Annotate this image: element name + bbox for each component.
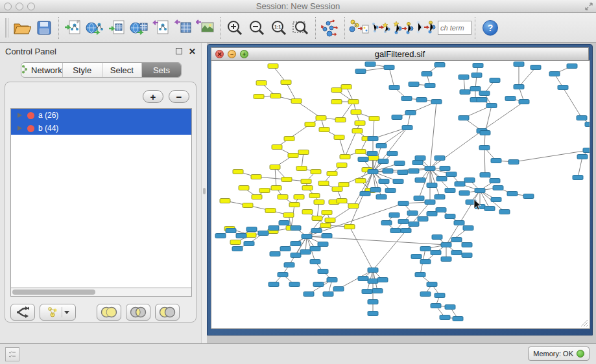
- graph-node[interactable]: [491, 159, 501, 163]
- task-history-button[interactable]: [5, 347, 19, 361]
- tab-sets[interactable]: Sets: [142, 63, 181, 77]
- graph-node[interactable]: [368, 170, 378, 174]
- graph-node[interactable]: [305, 122, 315, 127]
- graph-node[interactable]: [392, 115, 402, 120]
- graph-node[interactable]: [337, 163, 347, 168]
- graph-node[interactable]: [414, 196, 424, 201]
- graph-node[interactable]: [427, 212, 437, 216]
- graph-node[interactable]: [378, 159, 388, 164]
- save-session-button[interactable]: [33, 16, 55, 40]
- graph-node[interactable]: [316, 116, 326, 120]
- graph-node[interactable]: [236, 234, 246, 238]
- graph-node[interactable]: [355, 179, 366, 183]
- graph-node[interactable]: [318, 269, 328, 274]
- fullscreen-arrows-icon[interactable]: [584, 2, 593, 12]
- graph-node[interactable]: [445, 214, 455, 219]
- graph-node[interactable]: [365, 62, 375, 67]
- graph-node[interactable]: [302, 210, 313, 214]
- graph-node[interactable]: [322, 210, 332, 215]
- new-network-selected-icon[interactable]: [392, 16, 414, 40]
- graph-node[interactable]: [291, 226, 301, 231]
- graph-node[interactable]: [446, 172, 457, 177]
- graph-node[interactable]: [367, 152, 377, 156]
- graph-node[interactable]: [302, 186, 313, 190]
- graph-node[interactable]: [233, 170, 243, 174]
- graph-node[interactable]: [368, 300, 378, 304]
- graph-node[interactable]: [323, 292, 333, 297]
- graph-node[interactable]: [508, 160, 519, 165]
- graph-node[interactable]: [412, 161, 423, 165]
- graph-node[interactable]: [334, 135, 344, 140]
- graph-node[interactable]: [344, 225, 355, 229]
- graph-node[interactable]: [215, 234, 226, 238]
- graph-node[interactable]: [401, 97, 412, 101]
- graph-node[interactable]: [558, 85, 568, 90]
- graph-node[interactable]: [376, 144, 387, 148]
- float-panel-icon[interactable]: [176, 48, 182, 54]
- graph-node[interactable]: [304, 292, 314, 297]
- import-network-web-button[interactable]: [84, 16, 106, 40]
- graph-node[interactable]: [491, 198, 501, 202]
- graph-node[interactable]: [394, 161, 405, 166]
- graph-node[interactable]: [514, 85, 524, 89]
- graph-node[interactable]: [258, 231, 268, 236]
- graph-node[interactable]: [283, 213, 294, 218]
- graph-edge[interactable]: [350, 227, 373, 270]
- graph-node[interactable]: [310, 247, 320, 251]
- graph-node[interactable]: [464, 178, 475, 183]
- zoom-out-icon[interactable]: [246, 16, 268, 40]
- graph-node[interactable]: [312, 216, 322, 221]
- graph-node[interactable]: [268, 282, 279, 287]
- graph-node[interactable]: [441, 243, 451, 247]
- graph-node[interactable]: [381, 221, 392, 225]
- graph-node[interactable]: [507, 192, 518, 196]
- graph-node[interactable]: [505, 97, 516, 101]
- select-first-neighbors-icon[interactable]: [370, 16, 392, 40]
- graph-node[interactable]: [453, 317, 463, 321]
- network-canvas[interactable]: [211, 60, 590, 329]
- graph-node[interactable]: [370, 188, 381, 192]
- graph-node[interactable]: [435, 63, 445, 67]
- network-window-titlebar[interactable]: ✕ − + galFiltered.sif: [211, 47, 589, 60]
- graph-node[interactable]: [333, 287, 344, 291]
- graph-edge[interactable]: [430, 131, 482, 168]
- graph-node[interactable]: [325, 218, 335, 223]
- graph-node[interactable]: [291, 99, 302, 104]
- hide-unselected-icon[interactable]: [414, 16, 436, 40]
- graph-node[interactable]: [585, 122, 590, 127]
- graph-node[interactable]: [477, 98, 487, 102]
- graph-node[interactable]: [493, 186, 503, 190]
- graph-node[interactable]: [435, 195, 445, 199]
- graph-node[interactable]: [462, 253, 472, 258]
- set-row-b[interactable]: b (44): [11, 122, 191, 135]
- graph-node[interactable]: [583, 148, 590, 153]
- graph-node[interactable]: [280, 247, 291, 251]
- graph-node[interactable]: [431, 100, 442, 104]
- graph-node[interactable]: [281, 80, 291, 85]
- graph-node[interactable]: [313, 282, 324, 287]
- graph-node[interactable]: [420, 260, 431, 264]
- graph-node[interactable]: [470, 87, 481, 91]
- graph-node[interactable]: [239, 186, 249, 190]
- graph-node[interactable]: [311, 229, 322, 233]
- export-network-button[interactable]: [150, 16, 173, 40]
- graph-node[interactable]: [390, 229, 401, 233]
- graph-node[interactable]: [270, 165, 280, 170]
- graph-node[interactable]: [407, 211, 418, 216]
- graph-node[interactable]: [246, 227, 257, 232]
- graph-node[interactable]: [462, 243, 472, 247]
- graph-edge[interactable]: [286, 82, 296, 101]
- graph-node[interactable]: [302, 234, 312, 239]
- graph-edge[interactable]: [339, 137, 345, 157]
- graph-node[interactable]: [398, 220, 409, 224]
- graph-node[interactable]: [416, 98, 427, 102]
- graph-node[interactable]: [360, 192, 370, 196]
- graph-node[interactable]: [523, 194, 534, 199]
- expand-triangle-icon[interactable]: [18, 113, 22, 118]
- graph-node[interactable]: [319, 128, 329, 132]
- graph-node[interactable]: [284, 263, 294, 267]
- graph-node[interactable]: [268, 226, 279, 231]
- graph-node[interactable]: [301, 179, 311, 184]
- graph-node[interactable]: [318, 181, 329, 186]
- splitter-handle[interactable]: [203, 188, 206, 194]
